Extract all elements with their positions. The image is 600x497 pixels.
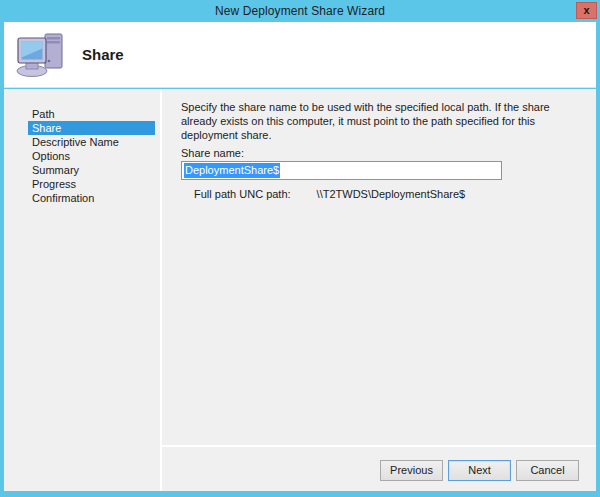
close-button[interactable]: x (576, 2, 597, 19)
sidebar-item-share[interactable]: Share (28, 121, 155, 135)
wizard-header: Share (4, 22, 596, 88)
unc-path-label: Full path UNC path: (194, 188, 291, 200)
wizard-steps: Path Share Descriptive Name Options Summ… (4, 89, 162, 491)
sidebar-item-descriptive-name[interactable]: Descriptive Name (28, 135, 155, 149)
cancel-button[interactable]: Cancel (516, 460, 579, 481)
titlebar[interactable]: New Deployment Share Wizard x (0, 0, 600, 22)
unc-path-value: \\T2TWDS\DeploymentShare$ (317, 188, 466, 200)
sidebar-item-summary[interactable]: Summary (28, 163, 155, 177)
window-title: New Deployment Share Wizard (215, 4, 385, 18)
wizard-body: Path Share Descriptive Name Options Summ… (4, 89, 596, 491)
button-row: Previous Next Cancel (162, 445, 596, 491)
page-title: Share (82, 46, 124, 63)
sidebar-item-options[interactable]: Options (28, 149, 155, 163)
previous-button[interactable]: Previous (380, 460, 443, 481)
wizard-content: Specify the share name to be used with t… (162, 89, 596, 491)
sidebar-item-path[interactable]: Path (28, 107, 155, 121)
next-button[interactable]: Next (448, 460, 511, 481)
unc-path-row: Full path UNC path: \\T2TWDS\DeploymentS… (194, 188, 465, 200)
share-name-label: Share name: (181, 147, 244, 159)
sidebar-item-confirmation[interactable]: Confirmation (28, 191, 155, 205)
instruction-text: Specify the share name to be used with t… (162, 89, 596, 142)
selected-text: DeploymentShare$ (184, 163, 280, 178)
close-icon: x (583, 5, 589, 16)
computer-icon (16, 31, 68, 79)
wizard-window: New Deployment Share Wizard x Share (0, 0, 600, 497)
sidebar-item-progress[interactable]: Progress (28, 177, 155, 191)
share-name-input[interactable]: DeploymentShare$ (181, 161, 502, 180)
